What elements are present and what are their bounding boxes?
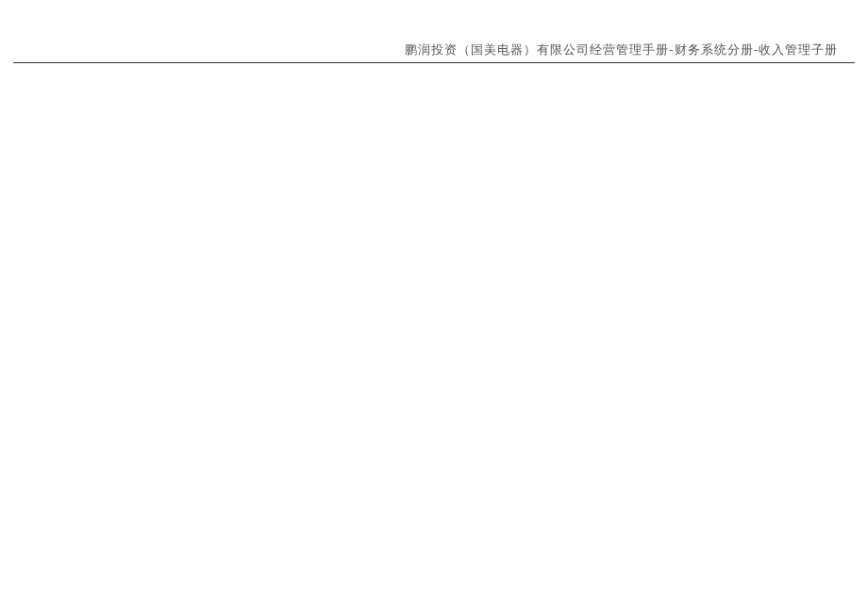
page-header: 鹏润投资（国美电器）有限公司经营管理手册-财务系统分册-收入管理子册 xyxy=(13,41,855,63)
header-text: 鹏润投资（国美电器）有限公司经营管理手册-财务系统分册-收入管理子册 xyxy=(405,42,838,57)
